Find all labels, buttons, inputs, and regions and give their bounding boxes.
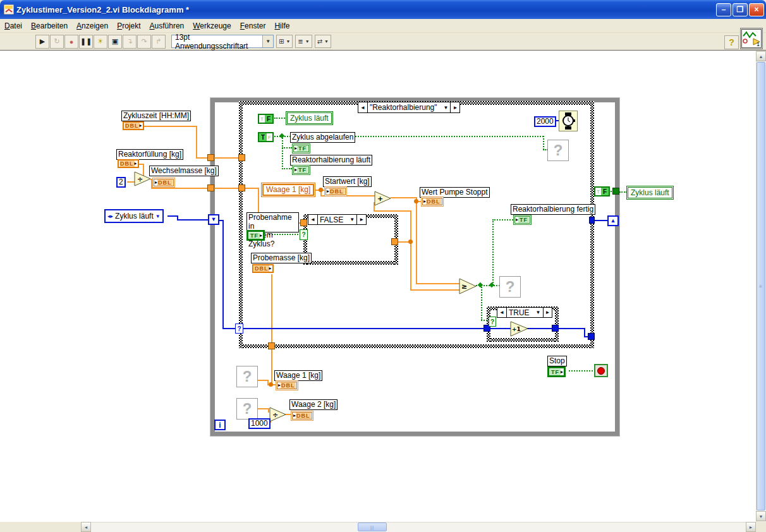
terminal-zyklus-abgelaufen[interactable]: ▸TF xyxy=(292,143,310,154)
prev-case-icon[interactable]: ◄ xyxy=(358,102,368,112)
true-case-border[interactable] xyxy=(487,338,559,342)
divide-node-2[interactable]: ÷ xyxy=(269,407,287,423)
menu-hilfe[interactable]: Hilfe xyxy=(270,20,294,32)
menu-ausfuehren[interactable]: Ausführen xyxy=(145,20,189,32)
terminal-reaktorfuellung[interactable]: DBL ▸ xyxy=(118,159,139,168)
vi-icon[interactable]: 1 xyxy=(740,28,763,49)
minimize-button[interactable]: – xyxy=(716,3,731,16)
scroll-up-icon[interactable]: ▲ xyxy=(756,51,766,61)
missing-subvi-icon[interactable]: ? xyxy=(547,140,569,161)
title-bar[interactable]: Zyklustimer_Version2_2.vi Blockdiagramm … xyxy=(0,0,766,19)
terminal-probemasse[interactable]: DBL ▸ xyxy=(252,264,274,273)
step-out-icon[interactable]: ↱ xyxy=(152,35,166,49)
local-variable-zyklus-laeuft-right[interactable]: Zyklus läuft xyxy=(626,186,674,200)
label-stop: Stop xyxy=(547,356,567,366)
local-variable-zyklus-laeuft-write[interactable]: Zyklus läuft xyxy=(286,111,333,125)
terminal-probenahme[interactable]: TF ▸ xyxy=(246,230,265,241)
constant-2[interactable]: 2 xyxy=(116,177,126,188)
constant-1000[interactable]: 1000 xyxy=(248,418,271,429)
menu-bearbeiten[interactable]: Bearbeiten xyxy=(27,20,72,32)
prev-case-icon[interactable]: ◄ xyxy=(308,215,318,224)
local-variable-text: Waage 1 [kg] xyxy=(262,184,314,196)
wire xyxy=(222,220,224,329)
vertical-scroll-thumb[interactable]: ≡ xyxy=(757,62,765,511)
menu-anzeigen[interactable]: Anzeigen xyxy=(72,20,112,32)
reorder-button[interactable]: ⇄ ▼ xyxy=(315,35,331,48)
increment-node[interactable]: +1 xyxy=(510,321,529,337)
terminal-startwert[interactable]: ▸DBL xyxy=(324,186,347,196)
maximize-button[interactable]: ❐ xyxy=(733,3,748,16)
font-selector[interactable]: 13pt Anwendungsschriftart ▼ xyxy=(171,35,274,48)
abort-icon[interactable]: ● xyxy=(64,35,78,49)
svg-text:≥: ≥ xyxy=(461,282,467,291)
missing-subvi-icon[interactable]: ? xyxy=(236,366,258,387)
missing-subvi-icon[interactable]: ? xyxy=(499,276,521,298)
local-variable-zyklus-laeuft[interactable]: ◂▸ Zyklus läuft ▼ xyxy=(104,209,164,223)
wire xyxy=(269,234,301,235)
next-case-icon[interactable]: ► xyxy=(450,102,459,112)
menu-werkzeuge[interactable]: Werkzeuge xyxy=(188,20,235,32)
align-objects-button[interactable]: ⊞ ▼ xyxy=(276,35,293,48)
shift-register-right-icon[interactable]: ▲ xyxy=(607,215,619,226)
menu-fenster[interactable]: Fenster xyxy=(236,20,271,32)
wire xyxy=(177,219,210,221)
terminal-wechselmasse[interactable]: ▸DBL xyxy=(152,178,175,188)
step-into-icon[interactable]: ↴ xyxy=(123,35,137,49)
font-dropdown-icon[interactable]: ▼ xyxy=(262,35,273,47)
terminal-reaktorhalbierung-fertig[interactable]: ▸TF xyxy=(513,215,532,225)
context-help-button[interactable]: ? xyxy=(724,35,739,49)
shift-register-left-icon[interactable]: ▼ xyxy=(208,214,219,225)
constant-2000[interactable]: 2000 xyxy=(534,116,556,127)
terminal-stop[interactable]: TF ▸ xyxy=(547,366,566,377)
menu-datei[interactable]: Datei xyxy=(0,20,27,32)
case-structure-border[interactable] xyxy=(239,101,243,348)
labview-app-icon xyxy=(4,4,14,15)
wire xyxy=(319,188,323,192)
case-structure-border[interactable] xyxy=(239,344,594,348)
pause-icon[interactable]: ❚❚ xyxy=(79,35,93,49)
true-case-border[interactable] xyxy=(555,306,559,342)
close-button[interactable]: × xyxy=(749,3,764,16)
wait-ms-icon[interactable] xyxy=(559,111,578,131)
loop-condition-terminal[interactable] xyxy=(594,364,608,377)
retain-wire-values-icon[interactable]: ▣ xyxy=(108,35,122,49)
f-on: F xyxy=(601,188,609,195)
local-variable-waage1[interactable]: Waage 1 [kg] xyxy=(261,183,315,197)
next-case-icon[interactable]: ► xyxy=(356,215,366,224)
false-case-border[interactable] xyxy=(303,261,398,265)
next-case-icon[interactable]: ► xyxy=(543,308,552,317)
case-dropdown-icon[interactable]: ▼ xyxy=(442,102,451,112)
case-selector-label-outer[interactable]: ◄ "Reaktorhalbierung" ▼ ► xyxy=(358,102,460,113)
run-icon[interactable]: ▶ xyxy=(35,35,49,49)
wire xyxy=(410,210,411,291)
terminal-wert-pumpe-stoppt[interactable]: ▸DBL xyxy=(421,196,444,207)
horizontal-scroll-thumb[interactable]: || xyxy=(358,523,387,531)
highlight-execution-icon[interactable]: ☀ xyxy=(94,35,107,49)
terminal-waage1[interactable]: ▸DBL xyxy=(276,380,298,390)
distribute-objects-button[interactable]: ≣ ▼ xyxy=(295,35,312,48)
case-selector-label-false[interactable]: ◄ FALSE ▼ ► xyxy=(308,214,367,225)
greater-equal-node[interactable]: ≥ xyxy=(459,278,477,295)
boolean-constant-true[interactable]: T F xyxy=(258,132,274,142)
wire xyxy=(282,168,292,169)
menu-projekt[interactable]: Projekt xyxy=(112,20,145,32)
terminal-waage2[interactable]: ▸DBL xyxy=(291,411,313,421)
prev-case-icon[interactable]: ◄ xyxy=(497,308,507,317)
case-selector-label-true[interactable]: ◄ TRUE ▼ ► xyxy=(497,307,552,318)
boolean-constant-false-right[interactable]: T F xyxy=(594,186,610,196)
missing-subvi-icon[interactable]: ? xyxy=(236,398,258,420)
run-continuous-icon[interactable]: ↻ xyxy=(50,35,64,49)
scroll-right-icon[interactable]: ► xyxy=(746,522,756,532)
scroll-down-icon[interactable]: ▼ xyxy=(756,511,766,521)
terminal-zykluszeit[interactable]: DBL ▸ xyxy=(123,121,144,130)
step-over-icon[interactable]: ↷ xyxy=(137,35,151,49)
case-dropdown-icon[interactable]: ▼ xyxy=(348,215,356,224)
horizontal-scrollbar[interactable] xyxy=(81,522,756,532)
add-node[interactable]: + xyxy=(374,191,392,207)
terminal-reaktorhalbierung-laeuft[interactable]: ▸TF xyxy=(292,165,310,175)
boolean-constant-false[interactable]: T F xyxy=(258,114,274,124)
scroll-left-icon[interactable]: ◄ xyxy=(81,522,91,532)
case-dropdown-icon[interactable]: ▼ xyxy=(534,308,543,317)
iteration-terminal[interactable]: i xyxy=(214,420,226,430)
case-structure-border[interactable] xyxy=(590,101,594,348)
